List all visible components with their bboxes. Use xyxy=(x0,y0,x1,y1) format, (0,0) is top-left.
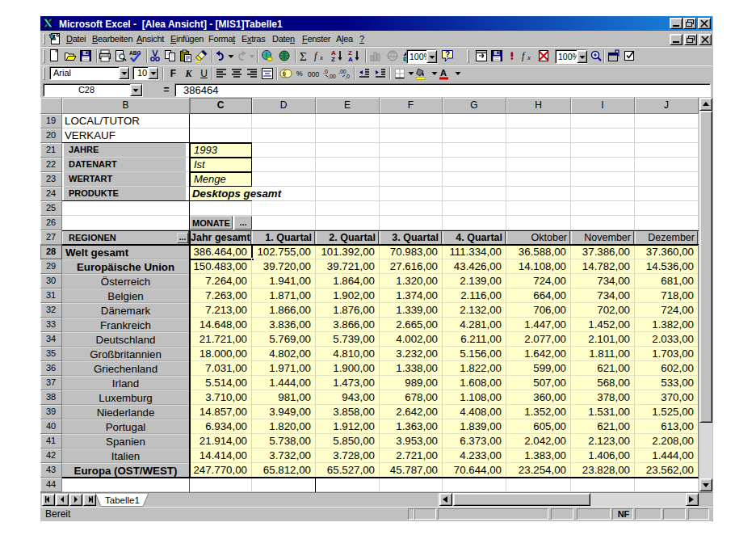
svg-text:Σ: Σ xyxy=(300,50,307,63)
svg-text:Tabelle1: Tabelle1 xyxy=(105,495,140,505)
svg-text:Z: Z xyxy=(331,56,335,62)
svg-text:A: A xyxy=(440,68,447,78)
svg-text:f: f xyxy=(314,50,318,61)
svg-text:?: ? xyxy=(445,50,450,59)
svg-text:%: % xyxy=(296,70,303,78)
svg-text:000: 000 xyxy=(308,70,319,78)
svg-text:,00: ,00 xyxy=(328,74,336,79)
svg-text:,0: ,0 xyxy=(345,74,350,79)
svg-text:9: 9 xyxy=(283,70,287,78)
svg-text:x: x xyxy=(319,53,323,61)
svg-text:x: x xyxy=(527,53,531,61)
svg-text:f: f xyxy=(522,50,526,61)
svg-text:A: A xyxy=(348,56,353,62)
